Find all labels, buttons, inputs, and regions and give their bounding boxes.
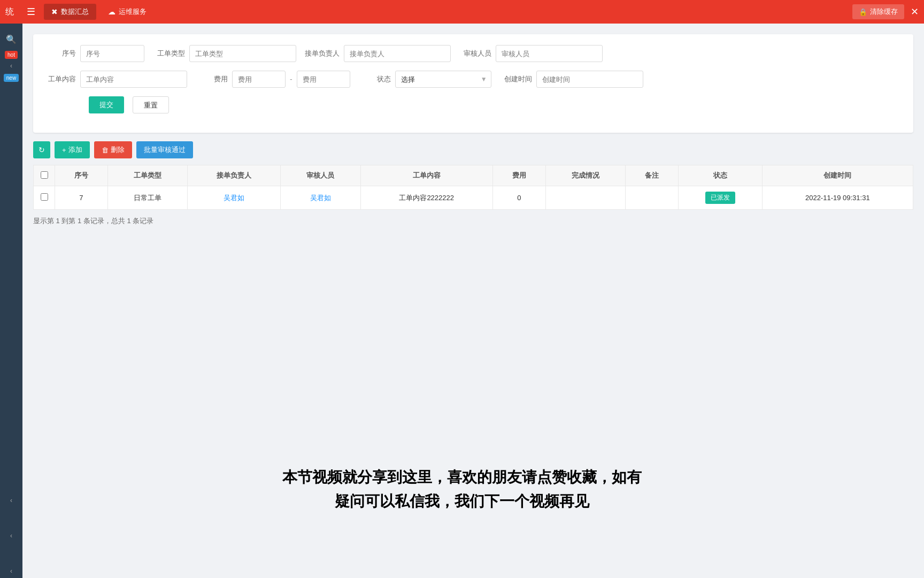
col-assignee: 接单负责人 [188, 165, 281, 186]
content-area: 序号 工单类型 接单负责人 审核人员 工单内容 [22, 24, 924, 578]
refresh-icon: ↻ [38, 146, 45, 154]
filter-row-2: 工单内容 费用 - 状态 选择 已派发 ▼ [44, 71, 903, 88]
type-input[interactable] [189, 45, 296, 62]
serial-input[interactable] [80, 45, 144, 62]
filter-fee: 费用 - [196, 71, 350, 88]
app-logo: 统 [5, 6, 14, 18]
filter-card: 序号 工单类型 接单负责人 审核人员 工单内容 [33, 34, 913, 133]
assignee-link[interactable]: 吴君如 [224, 194, 244, 202]
col-status: 状态 [678, 165, 762, 186]
delete-icon: 🗑 [102, 146, 109, 154]
assignee-label: 接单负责人 [305, 49, 340, 58]
nav-tab-ops[interactable]: ☁ 运维服务 [101, 4, 154, 20]
filter-status: 状态 选择 已派发 ▼ [359, 71, 491, 88]
table-body: 7 日常工单 吴君如 吴君如 工单内容2222222 0 已派发 2022-11… [34, 186, 913, 210]
batch-approve-button[interactable]: 批量审核通过 [136, 141, 193, 158]
fee-separator: - [290, 75, 292, 83]
status-badge: 已派发 [705, 192, 735, 204]
table-row: 7 日常工单 吴君如 吴君如 工单内容2222222 0 已派发 2022-11… [34, 186, 913, 210]
header-checkbox-cell [34, 165, 55, 186]
cell-type: 日常工单 [107, 186, 187, 210]
filter-assignee: 接单负责人 [305, 45, 451, 62]
nav-left: 统 ☰ ✖ 数据汇总 ☁ 运维服务 [5, 4, 154, 20]
lock-icon: 🔒 [859, 8, 867, 16]
left-sidebar: 🔍 hot ‹ new ‹ ‹ ‹ [0, 24, 22, 578]
fee-input-max[interactable] [297, 71, 350, 88]
serial-label: 序号 [44, 49, 76, 58]
top-nav: 统 ☰ ✖ 数据汇总 ☁ 运维服务 🔒 清除缓存 ✕ [0, 0, 924, 24]
cell-content: 工单内容2222222 [360, 186, 492, 210]
select-all-checkbox[interactable] [41, 171, 48, 179]
close-icon[interactable]: ✕ [911, 6, 919, 18]
filter-row-1: 序号 工单类型 接单负责人 审核人员 [44, 45, 903, 62]
submit-button[interactable]: 提交 [89, 96, 124, 113]
col-completion: 完成情况 [545, 165, 625, 186]
chevron-down-icon-1[interactable]: ‹ [10, 493, 12, 507]
pagination-info: 显示第 1 到第 1 条记录，总共 1 条记录 [33, 216, 913, 226]
chevron-down-icon-3[interactable]: ‹ [10, 564, 12, 578]
content-label: 工单内容 [44, 74, 76, 84]
filter-created-time: 创建时间 [500, 71, 643, 88]
main-layout: 🔍 hot ‹ new ‹ ‹ ‹ 序号 工单类型 接单 [0, 24, 924, 578]
menu-icon[interactable]: ☰ [22, 4, 40, 20]
nav-tab-data-label: 数据汇总 [61, 7, 89, 17]
cell-created-time: 2022-11-19 09:31:31 [762, 186, 913, 210]
add-icon: + [62, 146, 66, 154]
nav-right: 🔒 清除缓存 ✕ [852, 4, 919, 19]
col-content: 工单内容 [360, 165, 492, 186]
hot-badge[interactable]: hot [5, 51, 18, 59]
add-button[interactable]: + 添加 [55, 141, 90, 158]
fee-label: 费用 [196, 74, 228, 84]
assignee-input[interactable] [344, 45, 451, 62]
delete-label: 删除 [111, 145, 125, 155]
filter-type: 工单类型 [153, 45, 296, 62]
filter-serial: 序号 [44, 45, 144, 62]
col-fee: 费用 [492, 165, 545, 186]
table-header: 序号 工单类型 接单负责人 审核人员 工单内容 费用 完成情况 备注 状态 创建… [34, 165, 913, 186]
status-select-wrapper: 选择 已派发 ▼ [395, 71, 491, 88]
cell-remark [625, 186, 678, 210]
chevron-down-icon-2[interactable]: ‹ [10, 529, 12, 543]
table-toolbar: ↻ + 添加 🗑 删除 批量审核通过 [33, 141, 913, 158]
nav-tab-data[interactable]: ✖ 数据汇总 [44, 4, 96, 20]
col-reviewer: 审核人员 [281, 165, 360, 186]
col-remark: 备注 [625, 165, 678, 186]
reviewer-link[interactable]: 吴君如 [310, 194, 331, 202]
col-created-time: 创建时间 [762, 165, 913, 186]
clear-cache-button[interactable]: 🔒 清除缓存 [852, 4, 904, 19]
cell-assignee: 吴君如 [188, 186, 281, 210]
filter-content: 工单内容 [44, 71, 187, 88]
data-table: 序号 工单类型 接单负责人 审核人员 工单内容 费用 完成情况 备注 状态 创建… [33, 165, 913, 210]
fee-input-min[interactable] [232, 71, 286, 88]
filter-reviewer: 审核人员 [459, 45, 603, 62]
search-icon[interactable]: 🔍 [6, 29, 17, 50]
filter-buttons-row: 提交 重置 [44, 96, 903, 113]
nav-tab-ops-icon: ☁ [108, 7, 116, 16]
cell-status: 已派发 [678, 186, 762, 210]
row-checkbox-cell [34, 186, 55, 210]
cell-reviewer: 吴君如 [281, 186, 360, 210]
type-label: 工单类型 [153, 49, 185, 58]
created-time-input[interactable] [536, 71, 643, 88]
created-time-label: 创建时间 [500, 74, 532, 84]
nav-tab-data-icon: ✖ [51, 7, 58, 16]
status-select[interactable]: 选择 已派发 [395, 71, 491, 88]
reviewer-label: 审核人员 [459, 49, 491, 58]
new-badge[interactable]: new [4, 74, 19, 82]
add-label: 添加 [68, 145, 82, 155]
refresh-button[interactable]: ↻ [33, 141, 50, 158]
col-type: 工单类型 [107, 165, 187, 186]
cell-completion [545, 186, 625, 210]
content-input[interactable] [80, 71, 187, 88]
header-row: 序号 工单类型 接单负责人 审核人员 工单内容 费用 完成情况 备注 状态 创建… [34, 165, 913, 186]
delete-button[interactable]: 🗑 删除 [94, 141, 132, 158]
cell-serial: 7 [55, 186, 108, 210]
reviewer-input[interactable] [496, 45, 603, 62]
col-serial: 序号 [55, 165, 108, 186]
cell-fee: 0 [492, 186, 545, 210]
status-label: 状态 [359, 74, 391, 84]
chevron-up-icon[interactable]: ‹ [10, 59, 12, 73]
nav-tab-ops-label: 运维服务 [119, 7, 147, 17]
reset-button[interactable]: 重置 [133, 96, 169, 113]
row-checkbox[interactable] [41, 193, 48, 201]
